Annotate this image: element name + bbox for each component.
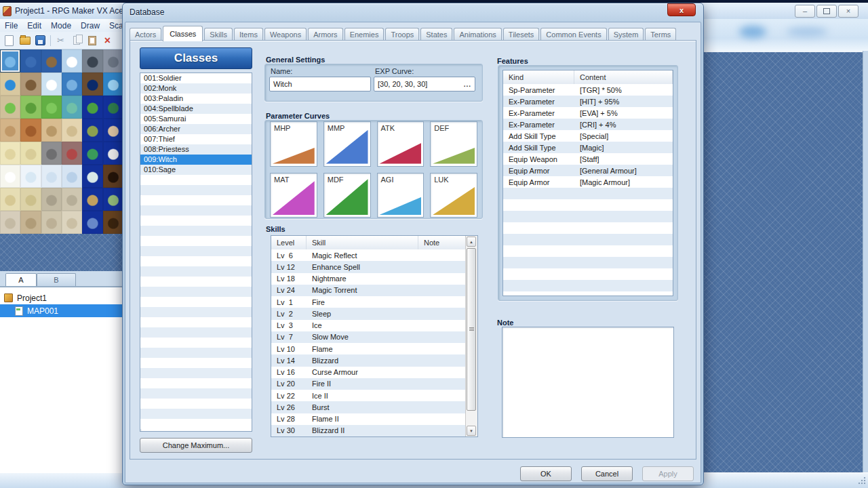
skill-row[interactable]: Lv 22Ice II (271, 390, 466, 401)
palette-tile[interactable] (0, 96, 20, 119)
skill-row[interactable]: Lv 30Blizzard II (271, 425, 466, 436)
minimize-button[interactable]: – (795, 5, 815, 18)
tab-troops[interactable]: Troops (385, 28, 419, 41)
skill-row[interactable]: Lv 14Blizzard (271, 354, 466, 366)
palette-tab-a[interactable]: A (5, 273, 37, 286)
class-list-item[interactable]: 002:Monk (140, 83, 252, 94)
palette-tile[interactable] (62, 188, 82, 211)
palette-tile[interactable] (0, 73, 20, 96)
palette-tile[interactable] (103, 96, 123, 119)
skill-row[interactable]: Lv 6Magic Reflect (271, 249, 466, 261)
palette-tile[interactable] (20, 96, 41, 119)
curve-mdf[interactable]: MDF (323, 173, 371, 218)
menu-draw[interactable]: Draw (76, 21, 104, 30)
skills-table[interactable]: LevelSkillNote Lv 6Magic ReflectLv 12Enh… (271, 235, 478, 437)
palette-tile[interactable] (41, 188, 62, 211)
palette-tile[interactable] (103, 165, 123, 188)
tab-system[interactable]: System (608, 28, 644, 41)
palette-tile[interactable] (62, 73, 82, 96)
tab-items[interactable]: Items (234, 28, 263, 41)
skill-row[interactable]: Lv 20Fire II (271, 378, 466, 390)
palette-tile[interactable] (103, 188, 123, 211)
palette-tile[interactable] (82, 96, 102, 119)
feature-row[interactable]: Equip Weapon[Staff] (503, 153, 673, 165)
feature-row[interactable]: Ex-Parameter[EVA] + 5% (503, 107, 673, 119)
tab-actors[interactable]: Actors (130, 28, 161, 41)
class-list-item[interactable]: 003:Paladin (140, 94, 252, 104)
palette-tile[interactable] (82, 211, 102, 234)
skill-row[interactable]: Lv 26Burst (271, 401, 466, 413)
skill-row[interactable]: Lv 1Fire (271, 296, 466, 308)
ok-button[interactable]: OK (520, 466, 572, 481)
palette-tile[interactable] (82, 188, 102, 211)
skill-row[interactable]: Lv 16Curse Armour (271, 367, 466, 378)
class-list-item[interactable]: 006:Archer (140, 124, 252, 134)
curve-mmp[interactable]: MMP (323, 121, 371, 167)
palette-tile[interactable] (62, 119, 82, 142)
change-maximum-button[interactable]: Change Maximum... (140, 438, 252, 453)
scrollbar-thumb[interactable] (467, 248, 476, 411)
feature-row[interactable]: Ex-Parameter[CRI] + 4% (503, 119, 673, 130)
palette-tile[interactable] (20, 49, 41, 73)
palette-tile[interactable] (41, 49, 62, 73)
palette-tile[interactable] (0, 142, 20, 165)
palette-tile[interactable] (41, 96, 62, 119)
tab-armors[interactable]: Armors (308, 28, 342, 41)
copy-button[interactable] (69, 34, 83, 47)
palette-tile[interactable] (103, 119, 123, 142)
open-project-button[interactable] (18, 34, 32, 47)
skill-row[interactable]: Lv 28Flame II (271, 413, 466, 425)
palette-tile[interactable] (20, 142, 41, 165)
skill-row[interactable]: Lv 18Nightmare (271, 273, 466, 285)
palette-tile[interactable] (62, 96, 82, 119)
palette-tile[interactable] (82, 142, 102, 165)
delete-button[interactable]: × (100, 34, 115, 47)
class-list-item[interactable]: 001:Soldier (140, 73, 252, 83)
feature-row[interactable]: Equip Armor[General Armour] (503, 165, 673, 176)
note-textarea[interactable] (502, 327, 674, 438)
feature-row[interactable]: Ex-Parameter[HIT] + 95% (503, 96, 673, 107)
palette-tile[interactable] (41, 211, 62, 234)
menu-edit[interactable]: Edit (22, 21, 46, 30)
curve-atk[interactable]: ATK (377, 121, 425, 167)
new-project-button[interactable] (2, 34, 16, 47)
close-window-button[interactable]: × (838, 5, 859, 18)
scroll-down-button[interactable]: ▼ (467, 426, 476, 436)
feature-row[interactable]: Add Skill Type[Special] (503, 130, 673, 142)
dialog-close-button[interactable]: x (667, 3, 696, 16)
palette-tile[interactable] (62, 142, 82, 165)
map-vertical-scrollbar[interactable] (863, 51, 868, 472)
palette-tile[interactable] (62, 49, 82, 73)
palette-tile-selected[interactable] (0, 49, 20, 73)
palette-tile[interactable] (20, 211, 41, 234)
palette-tile[interactable] (103, 73, 123, 96)
tab-skills[interactable]: Skills (204, 28, 233, 41)
palette-tile[interactable] (82, 165, 102, 188)
palette-tile[interactable] (41, 142, 62, 165)
skill-row[interactable]: Lv 12Enhance Spell (271, 261, 466, 272)
class-list-item[interactable]: 008:Priestess (140, 144, 252, 155)
curve-mhp[interactable]: MHP (270, 121, 317, 167)
palette-tile[interactable] (0, 165, 20, 188)
curve-def[interactable]: DEF (430, 121, 477, 167)
palette-tile[interactable] (82, 73, 102, 96)
palette-tile[interactable] (41, 119, 62, 142)
palette-tile[interactable] (0, 188, 20, 211)
palette-tile[interactable] (20, 188, 41, 211)
map-canvas[interactable] (700, 51, 863, 472)
palette-tile[interactable] (62, 211, 82, 234)
exp-curve-more-icon[interactable]: ... (464, 81, 471, 88)
apply-button[interactable]: Apply (642, 466, 694, 481)
tree-item-project[interactable]: Project1 (0, 291, 123, 304)
class-list-item[interactable]: 007:Thief (140, 134, 252, 144)
menu-file[interactable]: File (0, 21, 22, 30)
palette-tile[interactable] (20, 165, 41, 188)
palette-tile[interactable] (103, 142, 123, 165)
palette-tile[interactable] (20, 119, 41, 142)
scroll-up-button[interactable]: ▲ (467, 237, 476, 247)
feature-row[interactable]: Sp-Parameter[TGR] * 50% (503, 84, 673, 96)
palette-tile[interactable] (82, 119, 102, 142)
tab-animations[interactable]: Animations (454, 28, 501, 41)
skill-row[interactable]: Lv 24Magic Torrent (271, 285, 466, 296)
tab-common-events[interactable]: Common Events (540, 28, 606, 41)
